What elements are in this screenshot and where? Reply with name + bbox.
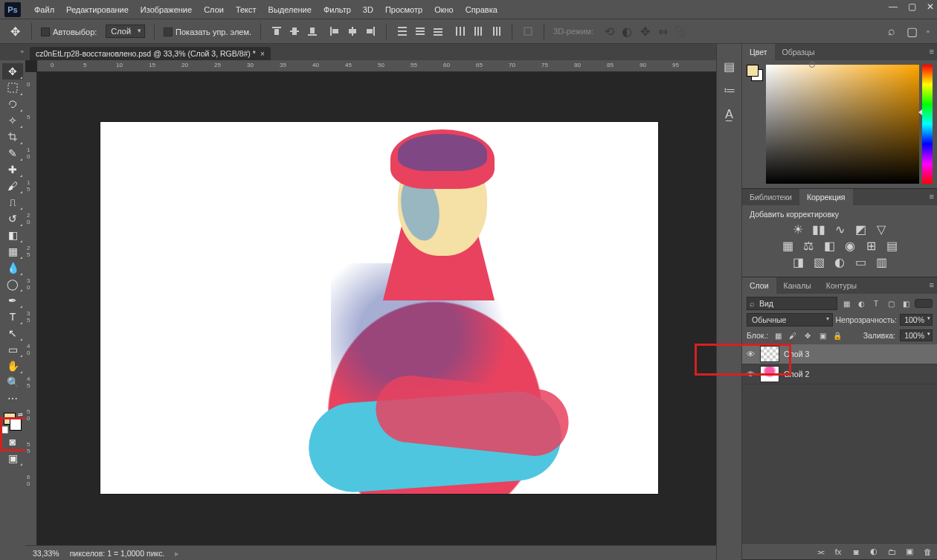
group-icon[interactable]: 🗀 <box>886 547 897 557</box>
zoom-level[interactable]: 33,33% <box>33 549 59 558</box>
magic-wand-tool[interactable]: ✧ <box>2 112 23 129</box>
dist-right-icon[interactable] <box>489 25 503 38</box>
maximize-icon[interactable]: ▢ <box>908 1 916 12</box>
show-controls-check[interactable]: Показать упр. элем. <box>164 25 251 38</box>
lock-artboard-icon[interactable]: ▣ <box>817 330 828 341</box>
zoom-tool[interactable]: 🔍 <box>2 374 23 390</box>
layer-row[interactable]: 👁 Слой 2 <box>742 364 937 384</box>
tab-color[interactable]: Цвет <box>742 44 775 60</box>
hue-sat-icon[interactable]: ▦ <box>781 239 794 251</box>
auto-select-target-drop[interactable]: Слой <box>106 25 145 38</box>
panel-menu-icon[interactable]: ≡ <box>930 192 934 201</box>
opacity-value[interactable]: 100% <box>900 314 933 326</box>
blur-tool[interactable]: 💧 <box>2 260 23 276</box>
brightness-icon[interactable]: ☀ <box>791 223 805 235</box>
doc-info[interactable]: пикселов: 1 = 1,0000 пикс. <box>70 549 165 558</box>
document-tab[interactable]: cz0nEtLrp28-восстановлено.psd @ 33,3% (С… <box>30 47 271 60</box>
color-swatches[interactable]: ⇄ <box>2 411 23 434</box>
hue-handle[interactable] <box>918 109 922 115</box>
more-tools[interactable]: ⋯ <box>2 390 23 407</box>
layer-mask-icon[interactable]: ◙ <box>851 547 861 557</box>
filter-toggle[interactable] <box>915 299 933 308</box>
align-top-icon[interactable] <box>270 25 283 38</box>
3d-zoom-icon[interactable]: 🎥 <box>674 25 687 38</box>
delete-layer-icon[interactable]: 🗑 <box>922 547 933 557</box>
blend-mode-drop[interactable]: Обычные <box>747 313 833 326</box>
workspace-switch-icon[interactable]: ▢ <box>906 25 919 38</box>
tab-libraries[interactable]: Библиотеки <box>742 189 799 205</box>
tab-layers[interactable]: Слои <box>742 277 776 294</box>
layer-thumbnail[interactable] <box>760 346 779 362</box>
marquee-tool[interactable] <box>2 80 23 96</box>
panel-menu-icon[interactable]: ≡ <box>930 280 934 289</box>
dist-hcenter-icon[interactable] <box>471 25 485 38</box>
tab-swatches[interactable]: Образцы <box>775 44 822 60</box>
ruler-vertical[interactable]: 051 01 52 02 53 03 54 04 55 05 56 0 <box>25 72 37 545</box>
layer-filter-kind[interactable]: Вид <box>747 297 837 310</box>
gradient-map-icon[interactable]: ▭ <box>854 256 867 268</box>
align-hcenter-icon[interactable] <box>346 25 359 38</box>
align-vcenter-icon[interactable] <box>288 25 301 38</box>
menu-select[interactable]: Выделение <box>263 5 318 14</box>
color-lookup-icon[interactable]: ▤ <box>885 239 898 251</box>
properties-panel-icon[interactable]: ≔ <box>722 83 737 97</box>
3d-orbit-icon[interactable]: ⟲ <box>602 25 616 38</box>
default-colors-icon[interactable] <box>2 428 8 434</box>
threshold-icon[interactable]: ◐ <box>833 256 846 268</box>
selective-color-icon[interactable]: ▥ <box>875 256 888 268</box>
menu-window[interactable]: Окно <box>428 5 460 14</box>
invert-icon[interactable]: ◨ <box>791 256 805 268</box>
background-color[interactable] <box>10 419 22 431</box>
menu-filter[interactable]: Фильтр <box>318 5 357 14</box>
menu-help[interactable]: Справка <box>460 5 503 14</box>
collapse-icon[interactable]: » <box>927 28 930 35</box>
3d-pan-icon[interactable]: ✥ <box>638 25 651 38</box>
color-balance-icon[interactable]: ⚖ <box>802 239 815 251</box>
link-layers-icon[interactable]: ⫘ <box>815 547 825 557</box>
close-icon[interactable]: ✕ <box>927 1 934 12</box>
filter-type-icon[interactable]: T <box>870 298 882 309</box>
layer-thumbnail[interactable] <box>760 366 779 382</box>
tab-correction[interactable]: Коррекция <box>799 189 853 205</box>
channel-mixer-icon[interactable]: ⊞ <box>864 239 878 251</box>
collapse-toolbar-icon[interactable]: » <box>21 48 24 55</box>
lock-position-icon[interactable]: ✥ <box>802 330 813 341</box>
dist-top-icon[interactable] <box>396 25 409 38</box>
tab-paths[interactable]: Контуры <box>819 277 864 294</box>
visibility-toggle-icon[interactable]: 👁 <box>745 350 756 358</box>
gradient-tool[interactable]: ▦ <box>2 243 23 260</box>
hue-slider[interactable] <box>922 65 933 184</box>
minimize-icon[interactable]: — <box>889 1 898 12</box>
filter-smart-icon[interactable]: ◧ <box>900 298 912 309</box>
menu-file[interactable]: Файл <box>28 5 60 14</box>
panel-menu-icon[interactable]: ≡ <box>930 47 934 56</box>
3d-roll-icon[interactable]: ◐ <box>620 25 634 38</box>
layer-fx-icon[interactable]: fx <box>833 547 843 557</box>
menu-image[interactable]: Изображение <box>135 5 198 14</box>
history-brush-tool[interactable]: ↺ <box>2 210 23 227</box>
brush-tool[interactable]: 🖌 <box>2 178 23 194</box>
pen-tool[interactable]: ✒ <box>2 292 23 309</box>
mini-swatches[interactable] <box>747 65 763 184</box>
lock-pixels-icon[interactable]: 🖌 <box>788 330 798 341</box>
close-tab-icon[interactable]: × <box>260 50 265 58</box>
dodge-tool[interactable]: ◯ <box>2 276 23 292</box>
auto-select-check[interactable]: Автовыбор: <box>41 25 97 38</box>
menu-view[interactable]: Просмотр <box>379 5 428 14</box>
search-icon[interactable]: ⌕ <box>885 25 898 38</box>
photo-filter-icon[interactable]: ◉ <box>843 239 857 251</box>
exposure-icon[interactable]: ◩ <box>854 223 867 235</box>
character-panel-icon[interactable]: A̲ <box>722 106 737 121</box>
align-bottom-icon[interactable] <box>306 25 319 38</box>
picker-handle[interactable] <box>809 62 815 68</box>
info-chevron-icon[interactable]: ▸ <box>175 549 179 558</box>
vibrance-icon[interactable]: ▽ <box>875 223 888 235</box>
new-layer-icon[interactable]: ▣ <box>904 547 915 557</box>
move-tool[interactable]: ✥ <box>2 63 23 80</box>
type-tool[interactable]: T <box>2 309 23 325</box>
filter-adjust-icon[interactable]: ◐ <box>855 298 867 309</box>
levels-icon[interactable]: ▮▮ <box>812 223 825 235</box>
fill-value[interactable]: 100% <box>900 329 933 341</box>
align-right-icon[interactable] <box>364 25 377 38</box>
saturation-brightness-picker[interactable] <box>766 65 919 184</box>
